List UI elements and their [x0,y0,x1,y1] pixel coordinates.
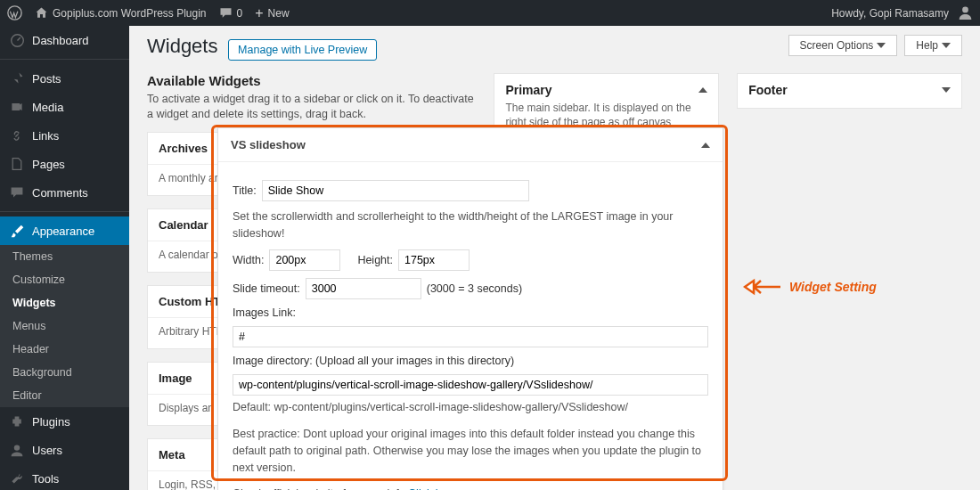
menu-plugins[interactable]: Plugins [0,407,129,436]
new-label: New [268,7,290,20]
menu-users[interactable]: Users [0,436,129,464]
live-preview-button[interactable]: Manage with Live Preview [228,39,377,61]
menu-label: Pages [32,158,65,171]
submenu-header[interactable]: Header [0,338,129,361]
menu-label: Appearance [32,225,94,238]
screen-options-button[interactable]: Screen Options [788,35,898,56]
comments-bubble[interactable]: 0 [219,6,243,20]
plugin-icon [9,413,25,429]
menu-label: Posts [32,72,61,86]
site-name-label: Gopiplus.com WordPress Plugin [53,7,207,20]
avatar-icon[interactable] [958,4,973,22]
title-input[interactable] [262,180,529,201]
comment-icon [9,184,25,200]
chevron-up-icon [698,87,707,93]
sidebar-footer[interactable]: Footer [737,73,962,109]
chevron-up-icon [701,143,710,148]
height-label: Height: [357,254,393,266]
images-link-input[interactable] [233,326,708,347]
page-icon [9,156,25,172]
available-desc: To activate a widget drag it to a sideba… [147,92,476,123]
svg-point-1 [962,6,968,12]
title-label: Title: [233,184,257,197]
chevron-down-icon [942,87,951,93]
wp-logo[interactable] [7,5,22,20]
available-heading: Available Widgets [147,73,476,88]
dir-label: Image directory: (Upload all your images… [233,355,514,367]
menu-pages[interactable]: Pages [0,150,129,178]
pin-icon [9,70,25,86]
check-site-text: Check official website for more info [233,487,408,491]
menu-label: Media [32,101,63,114]
sidebar-title: Footer [748,83,788,97]
appearance-submenu: Themes Customize Widgets Menus Header Ba… [0,245,129,407]
height-input[interactable] [398,249,470,271]
screen-options-label: Screen Options [800,39,874,52]
menu-tools[interactable]: Tools [0,464,129,490]
menu-label: Dashboard [32,34,89,47]
submenu-menus[interactable]: Menus [0,314,129,338]
dashboard-icon [9,32,25,48]
timeout-input[interactable] [306,278,421,299]
help-button[interactable]: Help [904,35,962,56]
admin-sidebar: Dashboard Posts Media Links Pages Commen… [0,26,129,490]
width-input[interactable] [269,249,340,271]
user-icon [9,442,25,458]
submenu-customize[interactable]: Customize [0,268,129,291]
panel-header[interactable]: VS slideshow [218,128,723,162]
width-label: Width: [233,254,264,266]
timeout-label: Slide timeout: [233,282,300,295]
size-note: Set the scrollerwidth and scrollerheight… [233,208,708,242]
dir-input[interactable] [233,374,708,396]
brush-icon [9,223,25,239]
menu-dashboard[interactable]: Dashboard [0,26,129,54]
dir-default: Default: wp-content/plugins/vertical-scr… [233,399,708,416]
admin-bar: Gopiplus.com WordPress Plugin 0 +New How… [0,0,980,26]
menu-links[interactable]: Links [0,121,129,150]
chevron-down-icon [877,43,886,48]
menu-label: Plugins [32,415,70,429]
submenu-background[interactable]: Background [0,361,129,384]
menu-label: Links [32,129,59,143]
menu-comments[interactable]: Comments [0,178,129,207]
chevron-down-icon [942,43,951,48]
submenu-widgets[interactable]: Widgets [0,291,129,314]
page-title: Widgets [147,35,217,58]
timeout-hint: (3000 = 3 seconds) [427,282,522,295]
menu-label: Users [32,444,62,457]
help-label: Help [916,39,938,52]
panel-title: VS slideshow [231,138,306,151]
new-content[interactable]: +New [255,6,289,20]
footer-sidebar-column: Footer [737,73,962,490]
svg-point-3 [14,445,20,450]
howdy-text[interactable]: Howdy, Gopi Ramasamy [831,7,949,20]
best-practice-note: Best practice: Dont upload your original… [233,426,708,476]
submenu-editor[interactable]: Editor [0,384,129,407]
media-icon [9,99,25,115]
menu-label: Tools [32,472,59,486]
wrench-icon [9,470,25,486]
menu-label: Comments [32,186,88,200]
images-link-label: Images Link: [233,306,296,319]
submenu-themes[interactable]: Themes [0,245,129,268]
site-name[interactable]: Gopiplus.com WordPress Plugin [35,6,207,20]
link-icon [9,127,25,143]
click-here-link[interactable]: Click here [408,487,458,491]
menu-posts[interactable]: Posts [0,64,129,93]
svg-point-0 [8,6,21,20]
sidebar-title: Primary [505,83,551,97]
menu-appearance[interactable]: Appearance [0,216,129,245]
widget-settings-panel: VS slideshow Title: Set the scrollerwidt… [217,127,723,490]
menu-media[interactable]: Media [0,93,129,121]
comments-count: 0 [237,7,243,20]
